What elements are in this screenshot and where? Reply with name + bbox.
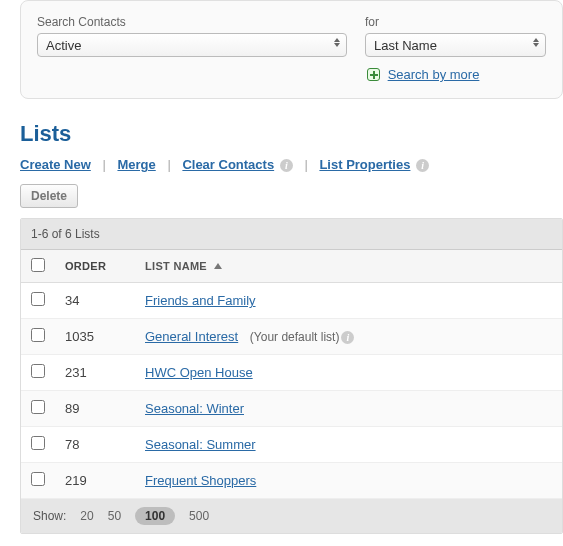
column-header-list-name[interactable]: LIST NAME — [135, 250, 562, 283]
info-icon[interactable]: i — [280, 159, 293, 172]
row-order: 89 — [55, 391, 135, 427]
lists-table: ORDER LIST NAME 34Friends and Family1035… — [21, 250, 562, 499]
info-icon[interactable]: i — [416, 159, 429, 172]
clear-contacts-link[interactable]: Clear Contacts — [182, 157, 274, 172]
row-checkbox[interactable] — [31, 364, 45, 378]
create-new-link[interactable]: Create New — [20, 157, 91, 172]
list-name-link[interactable]: General Interest — [145, 329, 238, 344]
list-name-link[interactable]: Seasonal: Winter — [145, 401, 244, 416]
row-checkbox[interactable] — [31, 292, 45, 306]
select-all-checkbox[interactable] — [31, 258, 45, 272]
plus-icon — [367, 68, 380, 81]
search-for-label: for — [365, 15, 546, 29]
table-row: 89Seasonal: Winter — [21, 391, 562, 427]
field-select[interactable]: Last Name — [365, 33, 546, 57]
row-checkbox[interactable] — [31, 400, 45, 414]
page-size-option[interactable]: 50 — [108, 509, 121, 523]
list-name-link[interactable]: Friends and Family — [145, 293, 256, 308]
list-name-link[interactable]: Seasonal: Summer — [145, 437, 256, 452]
separator: | — [167, 157, 170, 172]
field-select-value: Last Name — [374, 38, 437, 53]
row-checkbox[interactable] — [31, 472, 45, 486]
table-row: 1035General Interest (Your default list)… — [21, 319, 562, 355]
list-properties-link[interactable]: List Properties — [319, 157, 410, 172]
row-checkbox[interactable] — [31, 328, 45, 342]
pager-label: Show: — [33, 509, 66, 523]
table-row: 34Friends and Family — [21, 283, 562, 319]
sort-asc-icon — [214, 263, 222, 269]
page-size-option[interactable]: 100 — [135, 507, 175, 525]
row-order: 231 — [55, 355, 135, 391]
delete-button[interactable]: Delete — [20, 184, 78, 208]
info-icon[interactable]: i — [341, 331, 354, 344]
merge-link[interactable]: Merge — [117, 157, 155, 172]
table-row: 219Frequent Shoppers — [21, 463, 562, 499]
status-select[interactable]: Active — [37, 33, 347, 57]
status-select-value: Active — [46, 38, 81, 53]
row-order: 34 — [55, 283, 135, 319]
list-name-link[interactable]: HWC Open House — [145, 365, 253, 380]
action-bar: Create New | Merge | Clear Contacts i | … — [20, 157, 563, 172]
separator: | — [304, 157, 307, 172]
row-order: 78 — [55, 427, 135, 463]
list-note: (Your default list) — [250, 330, 340, 344]
page-size-pager: Show: 2050100500 — [21, 499, 562, 533]
column-header-list-name-label: LIST NAME — [145, 260, 207, 272]
search-contacts-label: Search Contacts — [37, 15, 347, 29]
column-header-order[interactable]: ORDER — [55, 250, 135, 283]
page-size-option[interactable]: 500 — [189, 509, 209, 523]
list-name-link[interactable]: Frequent Shoppers — [145, 473, 256, 488]
table-row: 231HWC Open House — [21, 355, 562, 391]
dropdown-caret-icon — [533, 38, 539, 47]
dropdown-caret-icon — [334, 38, 340, 47]
lists-table-wrap: 1-6 of 6 Lists ORDER LIST NAME 34Friends… — [20, 218, 563, 534]
row-order: 1035 — [55, 319, 135, 355]
page-title: Lists — [20, 121, 563, 147]
search-panel: Search Contacts Active for Last Name Sea… — [20, 0, 563, 99]
table-summary: 1-6 of 6 Lists — [21, 219, 562, 250]
table-row: 78Seasonal: Summer — [21, 427, 562, 463]
page-size-option[interactable]: 20 — [80, 509, 93, 523]
row-checkbox[interactable] — [31, 436, 45, 450]
search-by-more-link[interactable]: Search by more — [388, 67, 480, 82]
row-order: 219 — [55, 463, 135, 499]
separator: | — [102, 157, 105, 172]
